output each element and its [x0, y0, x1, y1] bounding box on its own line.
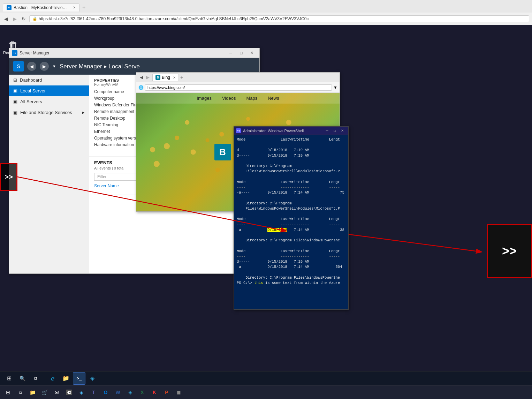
teams-button[interactable]: T	[88, 386, 99, 398]
bing-settings-button[interactable]: ▼	[333, 85, 337, 90]
misc-app-button[interactable]: ◼	[173, 386, 185, 398]
left-indicator[interactable]: >>	[0, 163, 17, 191]
bing-tab-bar: ◀ ▶ B Bing ✕ +	[136, 73, 340, 82]
sm-close-button[interactable]: ✕	[247, 50, 257, 57]
sidebar-item-file-storage[interactable]: ▣ File and Storage Services ▶	[9, 107, 89, 118]
sm-forward-button[interactable]: ▶	[40, 62, 49, 71]
ps-line-26	[237, 270, 345, 275]
vscode-button[interactable]: ◈	[75, 386, 87, 398]
ps-highlighted-date: 9/15/2018	[267, 228, 287, 232]
bing-tab-label: Bing	[162, 75, 170, 80]
ps-line-5	[237, 158, 345, 164]
svg-line-1	[349, 234, 481, 252]
local-server-icon: ▣	[13, 88, 17, 93]
ps-minimize-button[interactable]: ─	[323, 128, 331, 134]
lock-icon: 🔒	[32, 16, 37, 21]
bing-logo-b-icon: B	[214, 144, 231, 160]
ps-title-text: Administrator: Windows PowerShell	[243, 129, 323, 133]
excel-button[interactable]: X	[136, 386, 148, 398]
ps-line-4: d----- 9/15/2018 7:19 AM	[237, 153, 345, 158]
tab-title: Bastion - MyBastionPreview - m...	[14, 5, 69, 10]
ps-line-27: Directory: C:\Program Files\WindowsPower…	[237, 275, 345, 280]
browser-tab-bar: B Bastion - MyBastionPreview - m... ✕ +	[0, 0, 532, 13]
explorer2-button[interactable]: 📁	[26, 386, 38, 398]
sm-window-title: Server Manager	[20, 51, 226, 55]
bing-tab-new[interactable]: +	[180, 75, 183, 80]
new-tab-button[interactable]: +	[79, 3, 88, 11]
all-servers-icon: ▣	[13, 99, 17, 104]
ps-title-icon: PS	[236, 128, 241, 133]
outlook-button[interactable]: O	[100, 386, 112, 398]
col-server-name[interactable]: Server Name	[94, 183, 134, 193]
ps-titlebar: PS Administrator: Windows PowerShell ─ □…	[234, 127, 348, 135]
ps-close-button[interactable]: ✕	[339, 128, 346, 134]
sm-back-button[interactable]: ◀	[27, 62, 36, 71]
ps-line-24: d----- 9/15/2018 7:19 AM	[237, 259, 345, 264]
start2-button[interactable]: ⊞	[2, 386, 14, 398]
ps-line-18: -a---- 9/15/2018 7:14 AM 38	[237, 227, 345, 233]
ps-maximize-button[interactable]: □	[331, 128, 339, 134]
right-indicator-icon: >>	[502, 244, 517, 258]
taskbar2: ⊞ ⧉ 📁 🛒 ✉ 42 ◈ T O W ◈ X K P ◼	[0, 385, 532, 399]
explorer-button[interactable]: 📁	[60, 372, 72, 385]
bing-address-input[interactable]	[145, 84, 332, 91]
file-storage-icon: ▣	[13, 110, 17, 115]
browser-nav-bar: ◀ ▶ ↻ 🔒	[0, 13, 532, 25]
sm-window-icon: S	[12, 50, 17, 56]
ps-line-8	[237, 174, 345, 180]
ie-button[interactable]: ℯ	[46, 372, 59, 385]
browser-tab[interactable]: B Bastion - MyBastionPreview - m... ✕	[3, 3, 79, 12]
bing-tab[interactable]: B Bing ✕	[152, 74, 179, 81]
taskbar-divider1	[44, 374, 44, 383]
bing-address-favicon: 🌐	[138, 85, 144, 90]
ps-line-9: Mode LastWriteTime Lengt	[237, 180, 345, 185]
sm-logo: S	[13, 61, 24, 71]
bing-images-link[interactable]: Images	[197, 96, 212, 101]
start-button[interactable]: ⊞	[3, 372, 15, 385]
ps-line-10: ---- ------------- -----	[237, 185, 345, 190]
sidebar-item-dashboard[interactable]: ⊞ Dashboard	[9, 75, 89, 85]
badge42-button[interactable]: 42	[63, 386, 75, 398]
powershell-taskbar-button[interactable]: >_	[73, 372, 85, 385]
task-view-button[interactable]: ⧉	[29, 372, 42, 385]
mail-button[interactable]: ✉	[51, 386, 63, 398]
right-indicator[interactable]: >>	[487, 224, 532, 278]
sm-sidebar: ⊞ Dashboard ▣ Local Server ▣ All Servers…	[9, 75, 89, 273]
ps-line-15	[237, 211, 345, 217]
task-view2-button[interactable]: ⧉	[14, 386, 26, 398]
search-button[interactable]: 🔍	[16, 372, 29, 385]
nav-forward-button[interactable]: ▶	[12, 15, 18, 22]
powerpoint-button[interactable]: P	[161, 386, 173, 398]
address-bar-container: 🔒	[29, 15, 529, 22]
nav-refresh-button[interactable]: ↻	[20, 15, 27, 22]
ps-line-28: PS C:\> this is some text from within th…	[237, 280, 345, 286]
edge-button[interactable]: ◈	[86, 372, 99, 385]
sm-minimize-button[interactable]: ─	[226, 50, 236, 57]
sm-maximize-button[interactable]: □	[236, 50, 246, 57]
bing-nav-forward[interactable]: ▶	[145, 74, 151, 81]
sm-window-controls: ─ □ ✕	[226, 50, 257, 57]
ps-line-7: Files\WindowsPowerShell\Modules\Microsof…	[237, 169, 345, 174]
bing-tab-close-icon[interactable]: ✕	[173, 76, 176, 80]
edge2-button[interactable]: ◈	[124, 386, 136, 398]
store-button[interactable]: 🛒	[39, 386, 51, 398]
dashboard-icon: ⊞	[13, 77, 17, 83]
bing-nav-back[interactable]: ◀	[138, 74, 145, 81]
bing-address-bar-row: 🌐 ▼	[136, 82, 340, 93]
sm-dropdown-button[interactable]: ▼	[52, 64, 56, 68]
bing-news-link[interactable]: News	[268, 96, 279, 101]
address-input[interactable]	[39, 16, 526, 21]
bing-maps-link[interactable]: Maps	[246, 96, 257, 101]
taskbar1: ⊞ 🔍 ⧉ ℯ 📁 >_ ◈	[0, 371, 532, 385]
prop-label: Computer name	[94, 89, 124, 94]
sidebar-item-local-server[interactable]: ▣ Local Server	[9, 85, 89, 96]
word-button[interactable]: W	[112, 386, 124, 398]
ps-line-11: -a---- 9/15/2018 7:14 AM 75	[237, 190, 345, 195]
ps-line-25: -a---- 9/15/2018 7:14 AM 504	[237, 264, 345, 270]
sm-titlebar: S Server Manager ─ □ ✕	[9, 48, 259, 58]
tab-close-icon[interactable]: ✕	[73, 6, 76, 9]
nav-back-button[interactable]: ◀	[3, 15, 9, 22]
sidebar-item-all-servers[interactable]: ▣ All Servers	[9, 96, 89, 107]
kapp-button[interactable]: K	[149, 386, 160, 398]
bing-videos-link[interactable]: Videos	[222, 96, 236, 101]
